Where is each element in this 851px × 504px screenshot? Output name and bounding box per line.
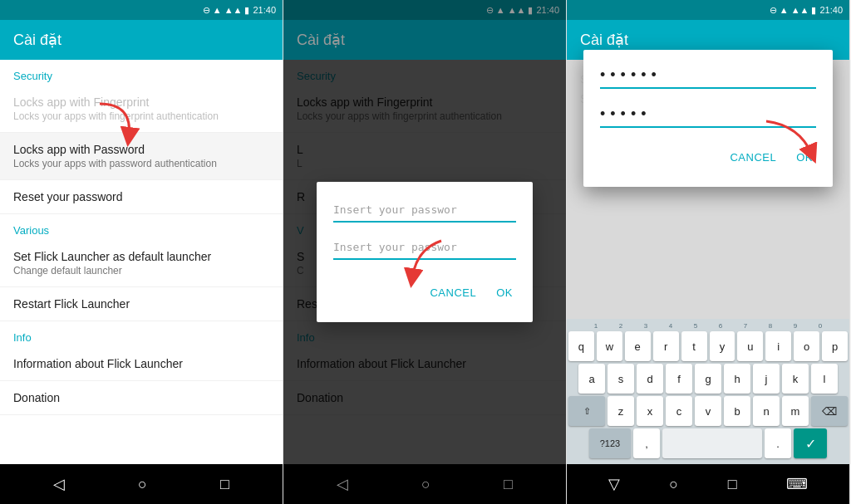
home-btn-1[interactable]: ○ xyxy=(125,469,160,500)
password-display-2: ••••• xyxy=(600,105,816,128)
section-header-various-1: Various xyxy=(0,214,283,240)
keyboard: 1 2 3 4 5 6 7 8 9 0 q w e r t y u i o p … xyxy=(567,319,849,464)
battery-icon-3: ▮ xyxy=(811,5,816,16)
key-h[interactable]: h xyxy=(724,364,750,394)
ok-button-2[interactable]: OK xyxy=(493,280,516,306)
wifi-icon: ▲ xyxy=(213,5,222,15)
home-btn-3[interactable]: ○ xyxy=(656,469,691,500)
key-v[interactable]: v xyxy=(695,396,721,426)
fingerprint-subtitle: Locks your apps with fingerprint authent… xyxy=(13,110,269,122)
number-hint-row: 1 2 3 4 5 6 7 8 9 0 xyxy=(568,322,848,330)
password-dialog-3: •••••• ••••• CANCEL OK xyxy=(583,50,833,187)
section-header-info-1: Info xyxy=(0,321,283,347)
key-r[interactable]: r xyxy=(653,331,679,361)
cancel-button-3[interactable]: CANCEL xyxy=(726,144,780,170)
password-dialog-2: CANCEL OK xyxy=(317,182,533,322)
key-x[interactable]: x xyxy=(637,396,663,426)
nav-bar-3: ▽ ○ □ ⌨ xyxy=(567,464,849,504)
recent-btn-1[interactable]: □ xyxy=(207,469,243,500)
keyboard-row-3: ⇧ z x c v b n m ⌫ xyxy=(568,396,848,426)
status-icons-3: ⊖ ▲ ▲▲ ▮ xyxy=(770,5,817,16)
panel-2: ⊖ ▲ ▲▲ ▮ 21:40 Cài đặt Security Locks ap… xyxy=(283,0,567,504)
key-enter[interactable]: ✓ xyxy=(794,428,827,458)
reset-password-item[interactable]: Reset your password xyxy=(0,180,283,214)
restart-title: Restart Flick Launcher xyxy=(13,297,269,311)
key-u[interactable]: u xyxy=(737,331,763,361)
key-k[interactable]: k xyxy=(782,364,809,394)
section-header-security-1: Security xyxy=(0,60,283,86)
key-comma[interactable]: , xyxy=(633,428,660,458)
signal-icon: ▲▲ xyxy=(224,5,243,15)
key-n[interactable]: n xyxy=(753,396,780,426)
cancel-button-2[interactable]: CANCEL xyxy=(426,280,480,306)
signal-icon-3: ▲▲ xyxy=(791,5,809,15)
key-j[interactable]: j xyxy=(753,364,780,394)
restart-item[interactable]: Restart Flick Launcher xyxy=(0,287,283,321)
key-space[interactable] xyxy=(662,428,762,458)
key-o[interactable]: o xyxy=(794,331,819,361)
ok-button-3[interactable]: OK xyxy=(793,144,816,170)
key-p[interactable]: p xyxy=(822,331,848,361)
battery-icon: ▮ xyxy=(244,5,249,16)
keyboard-row-1: q w e r t y u i o p xyxy=(568,331,848,361)
status-icons-1: ⊖ ▲ ▲▲ ▮ xyxy=(203,5,250,16)
key-y[interactable]: y xyxy=(710,331,735,361)
password-item[interactable]: Locks app with Password Locks your apps … xyxy=(0,133,283,180)
key-g[interactable]: g xyxy=(695,364,721,394)
back-btn-3[interactable]: ▽ xyxy=(595,468,633,500)
back-btn-1[interactable]: ◁ xyxy=(40,468,78,500)
status-time-3: 21:40 xyxy=(819,5,843,15)
dialog-actions-3: CANCEL OK xyxy=(600,144,816,170)
password-title: Locks app with Password xyxy=(13,143,269,156)
content-1: Security Locks app with Fingerprint Lock… xyxy=(0,60,283,464)
donation-item[interactable]: Donation xyxy=(0,381,283,415)
about-item[interactable]: Information about Flick Launcher xyxy=(0,347,283,381)
keyboard-row-2: a s d f g h j k l xyxy=(568,364,848,394)
keyboard-row-4: ?123 , . ✓ xyxy=(568,428,848,458)
key-c[interactable]: c xyxy=(666,396,692,426)
app-title-3: Cài đặt xyxy=(580,31,628,49)
key-d[interactable]: d xyxy=(637,364,663,394)
app-bar-1: Cài đặt xyxy=(0,20,283,60)
app-title-1: Cài đặt xyxy=(13,31,61,49)
password-subtitle: Locks your apps with password authentica… xyxy=(13,158,269,169)
password-input-2[interactable] xyxy=(333,236,516,260)
reset-password-title: Reset your password xyxy=(13,190,269,203)
key-delete[interactable]: ⌫ xyxy=(811,396,848,426)
status-bar-3: ⊖ ▲ ▲▲ ▮ 21:40 xyxy=(567,0,849,20)
key-b[interactable]: b xyxy=(724,396,750,426)
keyboard-btn-3[interactable]: ⌨ xyxy=(773,468,821,500)
key-f[interactable]: f xyxy=(666,364,692,394)
fingerprint-item[interactable]: Locks app with Fingerprint Locks your ap… xyxy=(0,86,283,133)
recent-btn-3[interactable]: □ xyxy=(715,469,750,500)
key-t[interactable]: t xyxy=(681,331,707,361)
key-a[interactable]: a xyxy=(578,364,605,394)
dialog-actions-2: CANCEL OK xyxy=(333,280,516,306)
key-shift[interactable]: ⇧ xyxy=(568,396,605,426)
default-launcher-subtitle: Change default launcher xyxy=(13,265,269,276)
default-launcher-title: Set Flick Launcher as default launcher xyxy=(13,250,269,263)
key-numbers[interactable]: ?123 xyxy=(589,428,631,458)
key-z[interactable]: z xyxy=(608,396,634,426)
key-l[interactable]: l xyxy=(811,364,838,394)
password-input-1[interactable] xyxy=(333,198,516,223)
panel-3: ⊖ ▲ ▲▲ ▮ 21:40 Cài đặt S Set Flick Launc… xyxy=(567,0,850,504)
donation-title: Donation xyxy=(13,391,269,404)
status-bar-1: ⊖ ▲ ▲▲ ▮ 21:40 xyxy=(0,0,283,20)
nav-bar-1: ◁ ○ □ xyxy=(0,464,283,504)
notif-icon: ⊖ xyxy=(203,5,210,16)
password-field-container-1: •••••• xyxy=(600,66,816,89)
notif-icon-3: ⊖ xyxy=(770,5,777,16)
password-field-container-2: ••••• xyxy=(600,105,816,128)
key-i[interactable]: i xyxy=(765,331,791,361)
key-w[interactable]: w xyxy=(597,331,622,361)
key-s[interactable]: s xyxy=(608,364,634,394)
password-display-1: •••••• xyxy=(600,66,816,89)
status-time-1: 21:40 xyxy=(253,5,276,15)
key-q[interactable]: q xyxy=(568,331,594,361)
panel-1: ⊖ ▲ ▲▲ ▮ 21:40 Cài đặt Security Locks ap… xyxy=(0,0,283,504)
key-e[interactable]: e xyxy=(625,331,651,361)
key-period[interactable]: . xyxy=(765,428,791,458)
default-launcher-item[interactable]: Set Flick Launcher as default launcher C… xyxy=(0,240,283,287)
key-m[interactable]: m xyxy=(782,396,809,426)
